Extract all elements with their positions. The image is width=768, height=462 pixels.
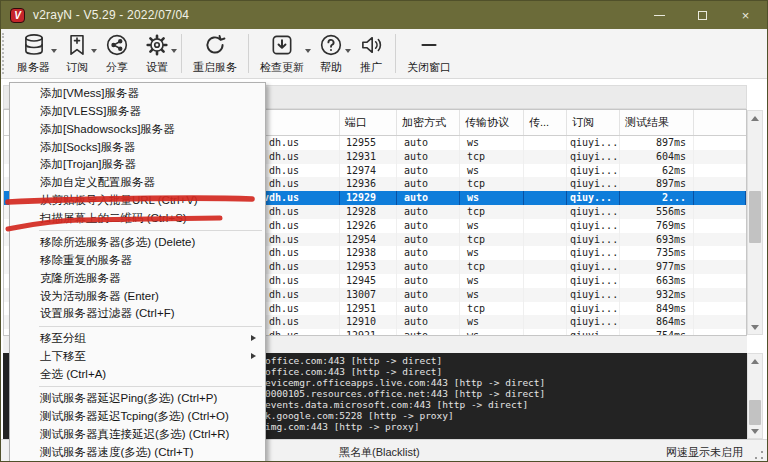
scrollbar-thumb[interactable] xyxy=(749,400,761,425)
menu-item[interactable]: 添加自定义配置服务器 xyxy=(10,174,265,192)
share-button[interactable]: 分享 xyxy=(97,29,137,78)
table-cell-net: tcp xyxy=(460,233,524,247)
table-cell-filler xyxy=(694,191,746,205)
scrollbar-thumb[interactable] xyxy=(749,191,761,243)
table-cell-result: 769ms xyxy=(620,219,694,233)
menu-item[interactable]: 上下移至 xyxy=(10,348,265,366)
menu-item[interactable]: 设为活动服务器 (Enter) xyxy=(10,287,265,305)
servers-label: 服务器 xyxy=(17,60,50,75)
menu-item-label: 设置服务器过滤器 (Ctrl+F) xyxy=(40,306,174,321)
table-cell-sub: qiuyi... xyxy=(567,136,620,150)
menu-item-label: 移至分组 xyxy=(40,331,86,346)
menu-item[interactable]: 测试服务器速度(多选) (Ctrl+T) xyxy=(10,443,265,461)
column-header[interactable] xyxy=(694,110,746,135)
toolbar: 服务器 订阅 分享 xyxy=(1,29,767,79)
window-title: v2rayN - V5.29 - 2022/07/04 xyxy=(33,8,189,22)
menu-item[interactable]: 扫描屏幕上的二维码 (Ctrl+S) xyxy=(10,209,265,227)
menu-item[interactable]: 测试服务器延迟Ping(多选) (Ctrl+P) xyxy=(10,390,265,408)
table-cell-enc: auto xyxy=(397,260,460,274)
column-header[interactable]: 加密方式 xyxy=(397,110,460,135)
menu-item[interactable]: 添加[Socks]服务器 xyxy=(10,138,265,156)
table-cell-net: ws xyxy=(460,274,524,288)
table-cell-sub: qiuyi... xyxy=(567,302,620,316)
table-cell-tls xyxy=(524,191,567,205)
maximize-icon xyxy=(698,11,707,20)
table-cell-result: 897ms xyxy=(620,177,694,191)
close-window-label: 关闭窗口 xyxy=(407,60,451,75)
table-cell-port: 12955 xyxy=(340,136,397,150)
table-cell-port: 13007 xyxy=(340,288,397,302)
routing-mode-label[interactable]: 黑名单(Blacklist) xyxy=(339,445,420,460)
netspeed-status-label[interactable]: 网速显示未启用 xyxy=(666,445,743,460)
menu-item[interactable]: 添加[VLESS]服务器 xyxy=(10,103,265,121)
menu-item[interactable]: 添加[Shadowsocks]服务器 xyxy=(10,121,265,139)
menu-item[interactable]: 添加[VMess]服务器 xyxy=(10,85,265,103)
minus-icon xyxy=(416,32,442,59)
column-header[interactable]: 测试结果 xyxy=(620,110,694,135)
check-update-button[interactable]: 检查更新 xyxy=(253,29,311,78)
table-cell-net: tcp xyxy=(460,260,524,274)
chevron-right-icon xyxy=(251,353,256,359)
table-cell-tls xyxy=(524,150,567,164)
table-cell-port: 12929 xyxy=(340,191,397,205)
column-header[interactable]: 端口 xyxy=(340,110,397,135)
minimize-button[interactable] xyxy=(638,1,681,29)
scroll-up-icon[interactable] xyxy=(748,111,762,125)
scroll-up-icon[interactable] xyxy=(748,354,762,368)
close-window-button[interactable]: 关闭窗口 xyxy=(400,29,458,78)
share-label: 分享 xyxy=(106,60,128,75)
subscription-label: 订阅 xyxy=(66,60,88,75)
table-cell-tls xyxy=(524,260,567,274)
table-cell-enc: auto xyxy=(397,246,460,260)
table-cell-enc: auto xyxy=(397,205,460,219)
server-list-scrollbar[interactable] xyxy=(747,110,763,335)
menu-item[interactable]: 从剪贴板导入批量URL (Ctrl+V) xyxy=(10,192,265,210)
check-update-label: 检查更新 xyxy=(260,60,304,75)
servers-button[interactable]: 服务器 xyxy=(10,29,57,78)
promotion-button[interactable]: 推广 xyxy=(351,29,391,78)
settings-button[interactable]: 设置 xyxy=(137,29,177,78)
window-controls: × xyxy=(638,1,767,29)
close-button[interactable]: × xyxy=(724,1,767,29)
scroll-down-icon[interactable] xyxy=(748,424,762,438)
gear-icon xyxy=(144,32,170,59)
resize-grip[interactable] xyxy=(754,450,764,460)
menu-item[interactable]: 克隆所选服务器 xyxy=(10,270,265,288)
menu-item[interactable]: 移除所选服务器(多选) (Delete) xyxy=(10,234,265,252)
log-scrollbar[interactable] xyxy=(747,353,763,439)
scroll-down-icon[interactable] xyxy=(748,320,762,334)
table-cell-enc: auto xyxy=(397,191,460,205)
table-cell-enc: auto xyxy=(397,219,460,233)
toolbar-separator xyxy=(248,34,249,73)
chevron-right-icon xyxy=(251,335,256,341)
table-cell-sub: qiuyi... xyxy=(567,177,620,191)
chevron-down-icon xyxy=(171,49,177,53)
help-button[interactable]: 帮助 xyxy=(311,29,351,78)
menu-item[interactable]: 测试服务器真连接延迟(多选) (Ctrl+R) xyxy=(10,426,265,444)
table-cell-port: 12921 xyxy=(340,329,397,336)
minimize-icon xyxy=(654,15,665,16)
column-header[interactable]: 订阅 xyxy=(567,110,620,135)
maximize-button[interactable] xyxy=(681,1,724,29)
menu-item[interactable]: 添加[Trojan]服务器 xyxy=(10,156,265,174)
app-window: V v2rayN - V5.29 - 2022/07/04 × 服务器 xyxy=(0,0,768,462)
column-header[interactable]: 传输协议 xyxy=(460,110,524,135)
menu-item[interactable]: 测试服务器延迟Tcping(多选) (Ctrl+O) xyxy=(10,408,265,426)
toolbar-separator xyxy=(181,34,182,73)
table-cell-filler xyxy=(694,260,746,274)
column-header[interactable]: 传... xyxy=(524,110,567,135)
subscription-button[interactable]: 订阅 xyxy=(57,29,97,78)
table-cell-result: 977ms xyxy=(620,260,694,274)
restart-service-button[interactable]: 重启服务 xyxy=(186,29,244,78)
menu-item-label: 添加[VLESS]服务器 xyxy=(40,104,141,119)
table-cell-net: tcp xyxy=(460,302,524,316)
table-cell-filler xyxy=(694,136,746,150)
menu-item[interactable]: 移除重复的服务器 xyxy=(10,252,265,270)
table-cell-net: ws xyxy=(460,191,524,205)
menu-item[interactable]: 移至分组 xyxy=(10,330,265,348)
menu-item-label: 添加[Shadowsocks]服务器 xyxy=(40,122,175,137)
menu-item[interactable]: 全选 (Ctrl+A) xyxy=(10,365,265,383)
table-cell-enc: auto xyxy=(397,150,460,164)
table-cell-result: 849ms xyxy=(620,302,694,316)
menu-item[interactable]: 设置服务器过滤器 (Ctrl+F) xyxy=(10,305,265,323)
